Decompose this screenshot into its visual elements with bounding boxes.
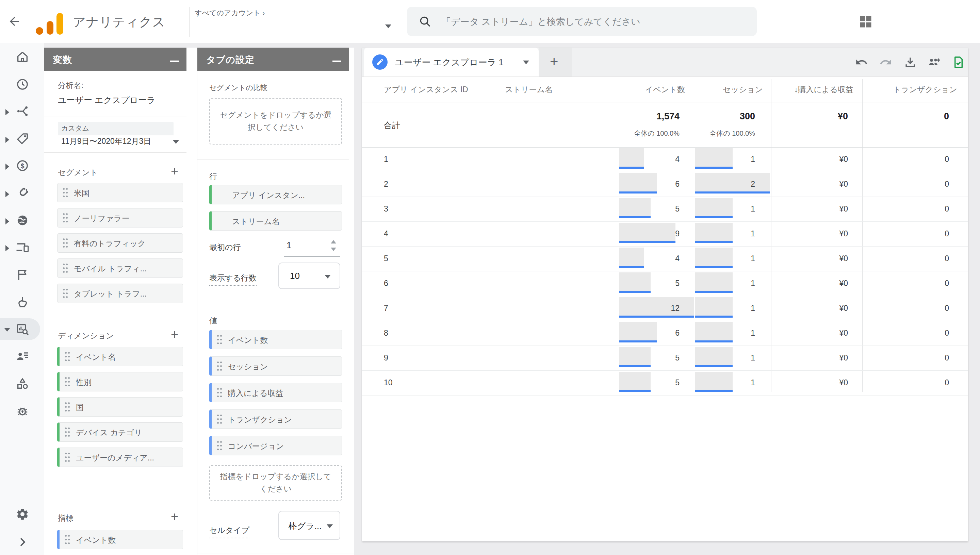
- date-range-caret-icon[interactable]: [173, 140, 179, 144]
- minimize-icon[interactable]: [333, 61, 341, 62]
- redo-icon[interactable]: [879, 56, 892, 69]
- account-switcher-caret-icon[interactable]: [385, 24, 391, 28]
- table-row[interactable]: 9 5 1 ¥0 0: [362, 346, 968, 371]
- variables-panel-title: 変数: [53, 54, 72, 66]
- row-sessions: 1: [751, 229, 755, 238]
- add-dimension-button[interactable]: +: [171, 329, 178, 339]
- segment-chip[interactable]: モバイル トラフィ...: [57, 258, 183, 278]
- retention-magnet-icon[interactable]: [0, 185, 44, 201]
- table-row[interactable]: 7 12 1 ¥0 0: [362, 296, 968, 321]
- apps-grid-icon[interactable]: [858, 14, 873, 29]
- home-icon[interactable]: [0, 49, 44, 65]
- row-count-select[interactable]: 10: [278, 263, 340, 289]
- segment-drop-zone[interactable]: セグメントをドロップするか選択してください: [209, 98, 342, 144]
- undo-icon[interactable]: [855, 56, 868, 69]
- col-header-stream-name[interactable]: ストリーム名: [505, 84, 553, 95]
- analysis-name-label: 分析名:: [58, 80, 84, 91]
- conversions-click-icon[interactable]: [0, 294, 44, 311]
- monetization-dollar-icon[interactable]: $: [0, 157, 44, 174]
- table-row[interactable]: 10 5 1 ¥0 0: [362, 371, 968, 396]
- row-revenue: ¥0: [839, 304, 848, 313]
- new-tab-button[interactable]: +: [539, 48, 572, 77]
- row-revenue: ¥0: [839, 155, 848, 164]
- breadcrumb[interactable]: すべてのアカウント ›: [194, 8, 265, 18]
- segment-chip[interactable]: 米国: [57, 183, 183, 202]
- table-row[interactable]: 3 5 1 ¥0 0: [362, 197, 968, 222]
- active-report-tab[interactable]: ユーザー エクスプローラ 1: [364, 48, 539, 77]
- share-users-icon[interactable]: [928, 56, 941, 69]
- col-header-app-instance-id[interactable]: アプリ インスタンス ID: [384, 84, 468, 95]
- dimension-chip[interactable]: ユーザーのメディア...: [57, 448, 183, 467]
- analysis-name-value[interactable]: ユーザー エクスプローラ: [58, 95, 156, 106]
- admin-gear-icon[interactable]: [0, 506, 44, 522]
- dimension-chip[interactable]: 性別: [57, 372, 183, 391]
- cell-type-label: セルタイプ: [209, 525, 249, 538]
- events-flag-icon[interactable]: [0, 266, 44, 283]
- expand-chevron-icon[interactable]: [0, 534, 44, 550]
- minimize-icon[interactable]: [170, 61, 179, 62]
- col-header-revenue-sorted[interactable]: ↓購入による収益: [794, 84, 853, 95]
- sessions-bar: [695, 148, 733, 169]
- dimension-chip[interactable]: イベント名: [57, 347, 183, 366]
- row-dimension-chip[interactable]: ストリーム名: [209, 211, 342, 231]
- google-analytics-logo-icon[interactable]: [35, 10, 67, 34]
- col-header-sessions[interactable]: セッション: [723, 84, 763, 95]
- metric-chip[interactable]: イベント数: [57, 530, 183, 549]
- value-metric-chip[interactable]: イベント数: [209, 330, 342, 349]
- date-range-value[interactable]: 11月9日〜2020年12月3日: [61, 136, 151, 147]
- segment-chip-label: モバイル トラフィ...: [74, 263, 147, 274]
- debug-bug-icon[interactable]: [0, 403, 44, 419]
- expand-caret-icon[interactable]: [5, 218, 9, 225]
- value-metric-chip[interactable]: セッション: [209, 356, 342, 376]
- segment-chip[interactable]: ノーリファラー: [57, 208, 183, 228]
- events-bar: [619, 297, 694, 318]
- expand-caret-icon[interactable]: [5, 245, 9, 251]
- expand-caret-icon[interactable]: [5, 191, 9, 197]
- table-row[interactable]: 2 6 2 ¥0 0: [362, 172, 968, 197]
- row-dimension-chip[interactable]: アプリ インスタン...: [209, 185, 342, 204]
- dimension-chip-label: デバイス カテゴリ: [76, 427, 142, 438]
- table-row[interactable]: 1 4 1 ¥0 0: [362, 147, 968, 172]
- tab-caret-icon[interactable]: [523, 61, 529, 64]
- expand-caret-icon[interactable]: [5, 137, 9, 143]
- back-arrow-icon[interactable]: [8, 14, 21, 28]
- value-metric-chip[interactable]: トランザクション: [209, 409, 342, 429]
- table-row[interactable]: 4 9 1 ¥0 0: [362, 222, 968, 247]
- table-row[interactable]: 6 5 1 ¥0 0: [362, 271, 968, 296]
- row-count-caret-icon: [325, 275, 331, 279]
- col-header-events[interactable]: イベント数: [645, 84, 685, 95]
- collapse-caret-icon[interactable]: [4, 328, 10, 332]
- col-header-transactions[interactable]: トランザクション: [893, 84, 957, 95]
- search-input[interactable]: [441, 7, 742, 37]
- explore-icon[interactable]: [0, 321, 44, 337]
- lifecycle-flow-icon[interactable]: [0, 103, 44, 119]
- value-metric-chip[interactable]: 購入による収益: [209, 383, 342, 402]
- first-row-stepper-icon[interactable]: [329, 239, 337, 252]
- demographics-globe-icon[interactable]: [0, 212, 44, 229]
- total-events-share: 全体の 100.0%: [634, 129, 680, 138]
- download-icon[interactable]: [904, 56, 917, 69]
- tech-devices-icon[interactable]: [0, 239, 44, 255]
- drag-handle-icon: [63, 289, 68, 299]
- edit-pencil-badge: [372, 55, 387, 70]
- segment-chip[interactable]: タブレット トラフ...: [57, 284, 183, 303]
- templates-shapes-icon[interactable]: [0, 375, 44, 392]
- user-explorer-icon[interactable]: [0, 348, 44, 364]
- expand-caret-icon[interactable]: [5, 164, 9, 170]
- dimension-chip[interactable]: 国: [57, 397, 183, 417]
- cell-type-select[interactable]: 棒グラ...: [278, 511, 340, 540]
- first-row-value[interactable]: 1: [286, 240, 291, 251]
- add-segment-button[interactable]: +: [171, 166, 178, 176]
- row-transactions: 0: [945, 329, 949, 338]
- realtime-clock-icon[interactable]: [0, 76, 44, 93]
- value-metric-chip[interactable]: コンバージョン: [209, 436, 342, 456]
- dimension-chip[interactable]: デバイス カテゴリ: [57, 422, 183, 442]
- table-row[interactable]: 5 4 1 ¥0 0: [362, 247, 968, 271]
- table-row[interactable]: 8 6 1 ¥0 0: [362, 321, 968, 346]
- metric-drop-zone[interactable]: 指標をドロップするか選択してください: [209, 465, 342, 500]
- expand-caret-icon[interactable]: [5, 109, 9, 115]
- segment-chip[interactable]: 有料のトラフィック: [57, 233, 183, 253]
- engagement-tag-icon[interactable]: [0, 131, 44, 147]
- export-sheet-check-icon[interactable]: [952, 56, 965, 69]
- add-metric-button[interactable]: +: [171, 512, 178, 522]
